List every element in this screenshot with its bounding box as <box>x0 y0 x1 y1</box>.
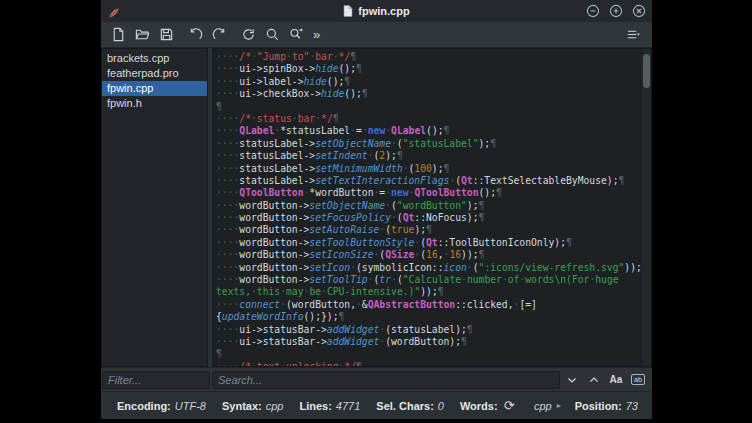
statusbar-right: cpp ▸ Position: 73 <box>534 400 638 412</box>
document-icon <box>343 5 353 17</box>
file-list-item[interactable]: brackets.cpp <box>102 51 207 66</box>
redo-icon <box>212 27 227 42</box>
syntax-status: Syntax: cpp <box>222 400 284 412</box>
code-line: ····wordButton->setObjectName·("wordButt… <box>216 200 642 212</box>
syntax-label: Syntax: <box>222 400 262 412</box>
previous-match-button[interactable] <box>584 370 604 390</box>
next-match-button[interactable] <box>562 370 582 390</box>
whole-words-button[interactable]: ab <box>628 370 648 390</box>
code-line: texts,·this·may·be·CPU-intensive.)"));¶ <box>216 286 642 298</box>
open-folder-icon <box>135 27 150 42</box>
save-button[interactable] <box>155 24 177 46</box>
undo-icon <box>188 27 203 42</box>
code-line: ····ui->statusBar->addWidget·(wordButton… <box>216 336 642 348</box>
window-controls <box>586 4 646 18</box>
syntax-value: cpp <box>266 400 284 412</box>
encoding-label: Encoding: <box>117 400 171 412</box>
code-line: ¶ <box>216 101 642 113</box>
code-area[interactable]: ····/*·"Jump·to"·bar·*/¶····ui->spinBox-… <box>212 49 642 366</box>
file-list-item[interactable]: fpwin.cpp <box>102 81 207 96</box>
encoding-value: UTF-8 <box>175 400 206 412</box>
syntax-popup-button[interactable]: cpp <box>534 400 552 412</box>
menu-icon <box>625 27 642 42</box>
encoding-status: Encoding: UTF-8 <box>117 400 206 412</box>
match-case-button[interactable]: Aa <box>606 370 626 390</box>
words-label: Words: <box>460 400 498 412</box>
new-file-button[interactable] <box>107 24 129 46</box>
code-line: ····/*·"Jump·to"·bar·*/¶ <box>216 51 642 63</box>
code-line: ····ui->checkBox->hide();¶ <box>216 88 642 100</box>
code-line: ····wordButton->setToolTip·(tr·("Calcula… <box>216 274 642 286</box>
code-line: ····wordButton->setToolButtonStyle·(Qt::… <box>216 237 642 249</box>
code-line: ····QToolButton·*wordButton·=·new·QToolB… <box>216 187 642 199</box>
titlebar: fpwin.cpp <box>101 0 652 22</box>
code-line: ····ui->label->hide();¶ <box>216 76 642 88</box>
sidebar: brackets.cppfeatherpad.profpwin.cppfpwin… <box>101 48 208 367</box>
reload-button[interactable] <box>237 24 259 46</box>
code-line: ····wordButton->setAutoRaise·(true);¶ <box>216 224 642 236</box>
code-line: ····statusLabel->setIndent·(2);¶ <box>216 150 642 162</box>
code-line: {updateWordInfo();});¶ <box>216 311 642 323</box>
match-case-icon: Aa <box>610 374 623 385</box>
code-line: ····statusLabel->setMinimumWidth·(100);¶ <box>216 163 642 175</box>
whole-word-icon: ab <box>631 374 645 385</box>
search-replace-icon <box>289 27 304 42</box>
code-line: ····ui->statusBar->addWidget·(statusLabe… <box>216 324 642 336</box>
toolbar-overflow-button[interactable]: » <box>309 27 324 42</box>
sel-chars-value: 0 <box>438 400 444 412</box>
find-replace-button[interactable] <box>285 24 307 46</box>
window-title: fpwin.cpp <box>358 5 409 17</box>
words-status: Words: ⟳ <box>460 398 515 413</box>
code-line: ····statusLabel->setObjectName·("statusL… <box>216 138 642 150</box>
code-line: ¶ <box>216 348 642 360</box>
redo-button[interactable] <box>208 24 230 46</box>
close-button[interactable] <box>632 4 646 18</box>
maximize-button[interactable] <box>609 4 623 18</box>
chevron-down-icon <box>565 373 579 387</box>
lines-value: 4771 <box>336 400 360 412</box>
save-icon <box>159 27 174 42</box>
code-line: ····wordButton->setIcon·(symbolicIcon::i… <box>216 262 642 274</box>
inputs-row: Aa ab <box>101 367 652 391</box>
new-file-icon <box>111 27 126 42</box>
filter-cell <box>101 370 212 389</box>
code-line: ····/*·status·bar·*/¶ <box>216 113 642 125</box>
word-count-refresh-button[interactable]: ⟳ <box>504 398 515 413</box>
sel-chars-status: Sel. Chars: 0 <box>376 400 444 412</box>
featherpad-window: fpwin.cpp <box>101 0 652 419</box>
search-cell: Aa ab <box>212 370 652 390</box>
code-line: ····statusLabel->setTextInteractionFlags… <box>216 175 642 187</box>
main-area: brackets.cppfeatherpad.profpwin.cppfpwin… <box>101 48 652 367</box>
code-line: ····/*·text·unlocking·*/¶ <box>216 361 642 366</box>
editor-scrollbar[interactable] <box>642 49 651 366</box>
lines-status: Lines: 4771 <box>299 400 360 412</box>
search-input[interactable] <box>212 371 560 389</box>
lines-label: Lines: <box>299 400 331 412</box>
app-feather-icon <box>108 5 120 17</box>
minimize-button[interactable] <box>586 4 600 18</box>
chevron-up-icon <box>587 373 601 387</box>
file-list: brackets.cppfeatherpad.profpwin.cppfpwin… <box>101 48 208 367</box>
file-list-item[interactable]: fpwin.h <box>102 96 207 111</box>
code-line: ····QLabel·*statusLabel·=·new·QLabel();¶ <box>216 125 642 137</box>
sel-chars-label: Sel. Chars: <box>376 400 433 412</box>
title-group: fpwin.cpp <box>343 5 409 17</box>
popup-arrow-icon: ▸ <box>557 401 561 410</box>
position-value: 73 <box>626 400 638 412</box>
scrollbar-thumb[interactable] <box>643 54 650 88</box>
statusbar: Encoding: UTF-8 Syntax: cpp Lines: 4771 … <box>101 391 652 419</box>
code-line: ····ui->spinBox->hide();¶ <box>216 63 642 75</box>
code-line: ····connect·(wordButton,·&QAbstractButto… <box>216 299 642 311</box>
open-file-button[interactable] <box>131 24 153 46</box>
menu-button[interactable] <box>620 24 646 46</box>
code-line: ····wordButton->setIconSize·(QSize·(16,·… <box>216 249 642 261</box>
reload-icon <box>241 27 256 42</box>
toolbar: » <box>101 22 652 48</box>
search-icon <box>265 27 280 42</box>
undo-button[interactable] <box>184 24 206 46</box>
find-button[interactable] <box>261 24 283 46</box>
filter-input[interactable] <box>102 371 210 389</box>
editor: ····/*·"Jump·to"·bar·*/¶····ui->spinBox-… <box>212 48 652 367</box>
file-list-item[interactable]: featherpad.pro <box>102 66 207 81</box>
position-label: Position: <box>575 400 622 412</box>
